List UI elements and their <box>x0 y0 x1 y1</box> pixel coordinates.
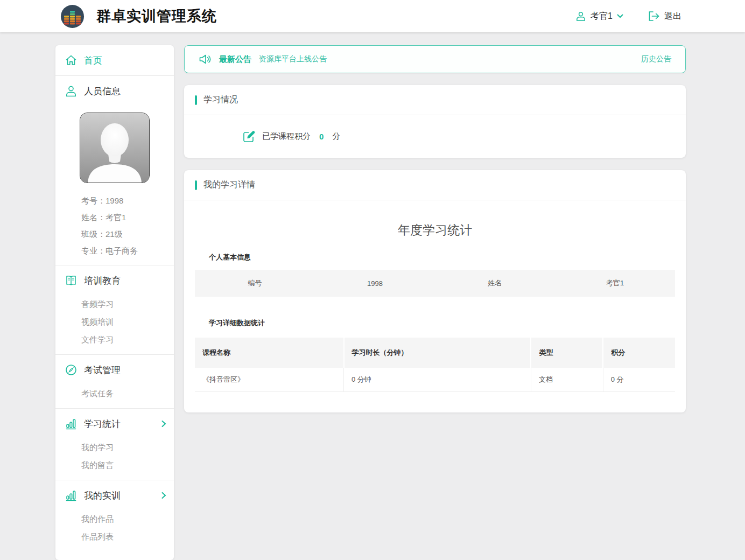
compass-icon <box>65 363 78 376</box>
announcement-news-link[interactable]: 资源库平台上线公告 <box>259 54 327 64</box>
app-header: 群卓实训管理系统 考官1 退出 <box>0 0 745 32</box>
learning-detail-card: 我的学习详情 年度学习统计 个人基本信息 编号 1998 姓名 考官1 学习详细… <box>184 170 686 412</box>
cell-course-name: 《抖音雷区》 <box>195 368 344 392</box>
sidebar-training-label: 培训教育 <box>84 275 121 287</box>
cell-type: 文档 <box>531 368 603 392</box>
sidebar: 首页 人员信息 <box>55 45 174 560</box>
sidebar-profile-section: 人员信息 <box>55 75 174 265</box>
sidebar-subitem-my-messages[interactable]: 我的留言 <box>55 457 174 474</box>
accent-bar <box>195 95 197 105</box>
sidebar-subitem-works-list[interactable]: 作品列表 <box>55 528 174 546</box>
chevron-right-icon <box>161 492 166 499</box>
sidebar-subitem-my-works[interactable]: 我的作品 <box>55 510 174 528</box>
detail-table-title: 学习详细数据统计 <box>209 318 675 328</box>
accent-bar <box>195 180 197 190</box>
bar-chart-icon <box>65 489 78 502</box>
basic-info-title: 个人基本信息 <box>209 253 675 262</box>
sidebar-item-profile[interactable]: 人员信息 <box>55 76 174 106</box>
main-content: 最新公告 资源库平台上线公告 历史公告 学习情况 已学课程积分 0 分 <box>184 45 686 425</box>
table-header-row: 课程名称 学习时长（分钟） 类型 积分 <box>195 338 675 368</box>
sidebar-item-home[interactable]: 首页 <box>55 45 174 75</box>
sidebar-subitem-audio-learning[interactable]: 音频学习 <box>55 296 174 313</box>
sidebar-item-exam[interactable]: 考试管理 <box>55 355 174 385</box>
table-row: 《抖音雷区》 0 分钟 文档 0 分 <box>195 368 675 392</box>
score-value: 0 <box>319 132 324 141</box>
col-type: 类型 <box>531 338 603 368</box>
history-announcements-link[interactable]: 历史公告 <box>641 54 671 64</box>
app-title: 群卓实训管理系统 <box>96 6 217 26</box>
sidebar-profile-label: 人员信息 <box>84 85 121 97</box>
sidebar-subitem-my-learning[interactable]: 我的学习 <box>55 439 174 457</box>
col-score: 积分 <box>603 338 675 368</box>
col-course-name: 课程名称 <box>195 338 344 368</box>
sidebar-study-stats-label: 学习统计 <box>84 418 121 430</box>
announcement-bar: 最新公告 资源库平台上线公告 历史公告 <box>184 45 686 73</box>
learning-status-header: 学习情况 <box>184 85 686 115</box>
learning-status-card: 学习情况 已学课程积分 0 分 <box>184 85 686 158</box>
speaker-icon <box>199 53 212 65</box>
user-icon <box>575 11 586 22</box>
learning-status-title: 学习情况 <box>203 94 238 106</box>
basic-info-name-value: 考官1 <box>555 278 675 288</box>
learning-status-body: 已学课程积分 0 分 <box>184 115 686 158</box>
profile-name: 姓名：考官1 <box>55 209 174 226</box>
score-unit: 分 <box>332 131 340 142</box>
sidebar-study-stats-section: 学习统计 我的学习 我的留言 <box>55 408 174 480</box>
cell-duration: 0 分钟 <box>344 368 531 392</box>
learning-detail-body: 年度学习统计 个人基本信息 编号 1998 姓名 考官1 学习详细数据统计 课程… <box>184 200 686 412</box>
profile-exam-number: 考号：1998 <box>55 193 174 209</box>
sidebar-item-my-practice[interactable]: 我的实训 <box>55 480 174 510</box>
basic-info-name-label: 姓名 <box>435 278 555 288</box>
home-icon <box>65 54 78 67</box>
book-icon <box>65 274 78 287</box>
sidebar-subitem-video-training[interactable]: 视频培训 <box>55 313 174 331</box>
user-name: 考官1 <box>591 11 613 22</box>
profile-major: 专业：电子商务 <box>55 243 174 260</box>
sidebar-practice-section: 我的实训 我的作品 作品列表 <box>55 480 174 551</box>
learning-detail-table: 课程名称 学习时长（分钟） 类型 积分 《抖音雷区》 0 分钟 文档 0 分 <box>195 338 675 392</box>
annual-stats-title: 年度学习统计 <box>195 206 675 253</box>
announcement-label: 最新公告 <box>219 54 251 65</box>
logout-label: 退出 <box>664 11 681 22</box>
basic-info-id-label: 编号 <box>195 278 315 288</box>
sidebar-home-label: 首页 <box>84 54 102 67</box>
basic-info-row: 编号 1998 姓名 考官1 <box>195 270 675 297</box>
edit-icon <box>242 130 256 143</box>
sidebar-exam-label: 考试管理 <box>84 364 121 376</box>
learning-detail-header: 我的学习详情 <box>184 170 686 200</box>
score-label: 已学课程积分 <box>262 131 311 142</box>
chevron-down-icon <box>617 14 623 18</box>
cell-score: 0 分 <box>603 368 675 392</box>
logout-icon <box>648 11 660 22</box>
logout-button[interactable]: 退出 <box>648 11 681 22</box>
chevron-right-icon <box>161 421 166 428</box>
person-icon <box>65 85 78 97</box>
sidebar-item-study-stats[interactable]: 学习统计 <box>55 409 174 439</box>
sidebar-training-section: 培训教育 音频学习 视频培训 文件学习 <box>55 265 174 354</box>
avatar <box>80 113 150 183</box>
sidebar-my-practice-label: 我的实训 <box>84 489 121 502</box>
sidebar-item-training[interactable]: 培训教育 <box>55 265 174 296</box>
app-logo-icon <box>60 4 85 29</box>
basic-info-id-value: 1998 <box>315 279 435 288</box>
user-menu[interactable]: 考官1 <box>575 11 623 22</box>
sidebar-subitem-file-learning[interactable]: 文件学习 <box>55 331 174 349</box>
bar-chart-icon <box>65 417 78 430</box>
learning-detail-title: 我的学习详情 <box>203 179 255 191</box>
col-duration: 学习时长（分钟） <box>344 338 531 368</box>
profile-class: 班级：21级 <box>55 226 174 243</box>
sidebar-exam-section: 考试管理 考试任务 <box>55 354 174 408</box>
sidebar-subitem-exam-task[interactable]: 考试任务 <box>55 385 174 403</box>
